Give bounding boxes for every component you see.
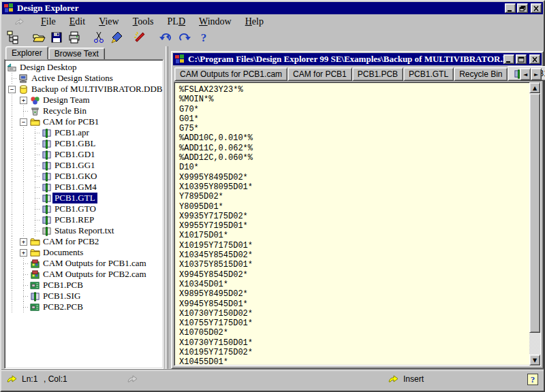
menu-item-help[interactable]: Help: [238, 16, 270, 28]
tree-item-pcb1-gg1[interactable]: PCB1.GG1: [6, 160, 163, 171]
tree-expander-cell[interactable]: +: [18, 236, 29, 247]
tree-item-pcb1-gtl[interactable]: PCB1.GTL: [6, 193, 163, 203]
document-window: C:\Program Files\Design Explorer 99 SE\E…: [171, 51, 544, 369]
menu-item-file[interactable]: File: [34, 16, 63, 28]
document-tab-pcb1-pcb[interactable]: PCB1.PCB: [352, 67, 403, 81]
tree-item-label: Design Team: [41, 95, 92, 105]
document-tab-pcb1-gtl[interactable]: PCB1.GTL: [403, 67, 454, 81]
tree-expander-cell[interactable]: +: [18, 247, 29, 258]
tree-guide: [18, 214, 29, 225]
collapse-icon[interactable]: −: [8, 86, 16, 93]
tab-scroll-right-button[interactable]: ►: [531, 68, 542, 80]
tab-scroll-left-button[interactable]: ◄: [520, 68, 531, 80]
scrollbar-track[interactable]: [529, 93, 540, 355]
tree-item-label: PCB1.REP: [52, 214, 96, 225]
scroll-up-button[interactable]: ▲: [529, 82, 540, 93]
tree-item-pcb1-gd1[interactable]: PCB1.GD1: [6, 149, 163, 160]
tree-item-documents[interactable]: +Documents: [6, 247, 163, 258]
wizard-wand-button[interactable]: [132, 30, 147, 45]
tree-item-recycle-bin[interactable]: Recycle Bin: [6, 105, 163, 116]
tree-item-label: PCB1.GG1: [52, 160, 97, 171]
tree-guide: [18, 193, 29, 203]
doc-close-button[interactable]: [529, 54, 540, 64]
tree-guide: [6, 269, 18, 280]
tree-item-cam-outputs-for-pcb2-cam[interactable]: CAM Outputs for PCB2.cam: [6, 269, 163, 280]
help-button[interactable]: ?: [196, 30, 211, 45]
undo-button[interactable]: [158, 30, 173, 45]
expand-icon[interactable]: +: [20, 238, 27, 246]
tree-item-label: PCB1.GTL: [52, 193, 97, 203]
tree-guide: [18, 225, 29, 236]
collapse-icon[interactable]: −: [20, 118, 27, 126]
panel-tab-explorer[interactable]: Explorer: [5, 46, 48, 60]
toggle-design-manager-button[interactable]: [5, 30, 20, 45]
tree-item-pcb1-gbl[interactable]: PCB1.GBL: [6, 138, 163, 149]
panel-tab-browse-text[interactable]: Browse Text: [48, 48, 105, 60]
expand-icon[interactable]: +: [20, 249, 27, 257]
tree-item-pcb1-pcb[interactable]: PCB1.PCB: [6, 280, 163, 291]
panel-splitter[interactable]: [166, 46, 168, 369]
scrollbar-thumb[interactable]: [529, 93, 540, 333]
doc-minimize-button[interactable]: [503, 54, 514, 64]
tree-item-cam-outputs-for-pcb1-cam[interactable]: CAM Outputs for PCB1.cam: [6, 258, 163, 269]
menu-item-edit[interactable]: Edit: [63, 16, 92, 28]
menu-item-pld[interactable]: PLD: [161, 16, 192, 28]
tree-item-label: Backup of MULTIVIBRATOR.DDB: [29, 84, 164, 95]
brush-button[interactable]: [109, 30, 124, 45]
tree-item-design-desktop[interactable]: Design Desktop: [6, 62, 163, 73]
tree-expander-cell[interactable]: −: [6, 84, 18, 95]
doc-maximize-button[interactable]: [516, 54, 527, 64]
close-button[interactable]: [531, 3, 542, 13]
tree-item-backup-of-multivibrator-ddb[interactable]: −Backup of MULTIVIBRATOR.DDB: [6, 84, 163, 95]
brush-icon: [110, 31, 123, 44]
scroll-down-button[interactable]: ▼: [529, 355, 540, 365]
gerber-doc-icon: [41, 138, 52, 149]
tree-guide: [6, 280, 18, 291]
tree-item-pcb1-gko[interactable]: PCB1.GKO: [6, 171, 163, 182]
tree-item-cam-for-pcb2[interactable]: +CAM for PCB2: [6, 236, 163, 247]
tree-item-active-design-stations[interactable]: Active Design Stations: [6, 73, 163, 84]
save-icon: [50, 31, 63, 44]
status-line: Ln:1: [22, 374, 37, 384]
window-title: Design Explorer: [17, 3, 505, 14]
tree-item-label: CAM for PCB1: [41, 116, 101, 127]
document-text[interactable]: %FSLAX23Y23*% %MOIN*% G70* G01* G75* %AD…: [174, 82, 529, 365]
tree-item-label: PCB1.GBL: [52, 138, 97, 149]
tree-item-pcb1-gto[interactable]: PCB1.GTO: [6, 203, 163, 214]
menu-item-window[interactable]: Window: [192, 16, 238, 28]
expand-icon[interactable]: +: [20, 97, 27, 104]
tree-item-cam-for-pcb1[interactable]: −CAM for PCB1: [6, 116, 163, 127]
vertical-scrollbar: ▲ ▼: [529, 82, 540, 365]
menu-item-view[interactable]: View: [92, 16, 126, 28]
tree-item-pcb1-sig[interactable]: PCB1.SIG: [6, 291, 163, 301]
tree-expander-cell[interactable]: +: [18, 95, 29, 105]
explorer-tree[interactable]: Design DesktopActive Design Stations−Bac…: [4, 59, 164, 369]
tree-item-design-team[interactable]: +Design Team: [6, 95, 163, 105]
status-bar: Ln:1 , Col:1 Insert ?: [1, 370, 544, 391]
tree-guide: [18, 301, 29, 312]
open-document-button[interactable]: [31, 30, 46, 45]
document-tab-cam-for-pcb1[interactable]: CAM for PCB1: [287, 67, 352, 81]
redo-button[interactable]: [177, 30, 192, 45]
print-button[interactable]: [67, 30, 82, 45]
cut-button[interactable]: [91, 30, 106, 45]
gerber-doc-icon: [41, 149, 52, 160]
status-help-button[interactable]: ?: [527, 374, 538, 385]
restore-button[interactable]: [517, 3, 528, 13]
folder-icon: [29, 236, 41, 247]
tree-item-pcb2-pcb[interactable]: PCB2.PCB: [6, 301, 163, 312]
menu-item-tools[interactable]: Tools: [126, 16, 161, 28]
tree-guide: [18, 105, 29, 116]
tree-item-status-report-txt[interactable]: Status Report.txt: [6, 225, 163, 236]
document-tab-cam-outputs-for-pcb1-cam[interactable]: CAM Outputs for PCB1.cam: [174, 67, 287, 81]
tree-expander-cell[interactable]: −: [18, 116, 29, 127]
tree-item-pcb1-apr[interactable]: PCB1.apr: [6, 127, 163, 138]
gerber-doc-icon: [41, 160, 52, 171]
svg-text:?: ?: [201, 31, 207, 44]
tree-item-label: PCB1.GKO: [52, 171, 99, 182]
document-tab-recycle-bin[interactable]: Recycle Bin: [454, 67, 508, 81]
save-button[interactable]: [49, 30, 64, 45]
tree-item-pcb1-rep[interactable]: PCB1.REP: [6, 214, 163, 225]
minimize-button[interactable]: [505, 3, 516, 13]
tree-item-pcb1-gm4[interactable]: PCB1.GM4: [6, 182, 163, 193]
